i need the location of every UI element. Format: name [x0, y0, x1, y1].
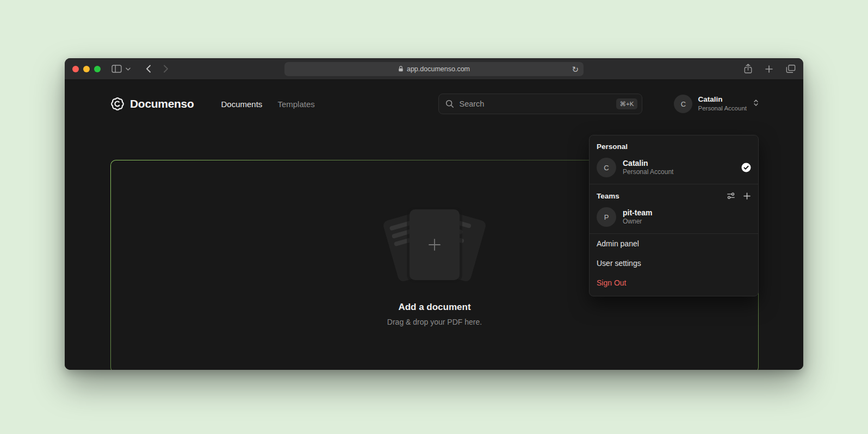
- personal-subtitle: Personal Account: [623, 168, 735, 177]
- search-input[interactable]: [459, 100, 611, 108]
- team-avatar: P: [597, 207, 616, 227]
- plus-icon: [426, 237, 443, 253]
- personal-section-header: Personal: [590, 135, 758, 154]
- reload-icon[interactable]: ↻: [572, 65, 579, 73]
- menu-item-user-settings[interactable]: User settings: [590, 253, 758, 273]
- menu-item-sign-out[interactable]: Sign Out: [590, 273, 758, 293]
- document-cards-illustration: [375, 206, 494, 288]
- teams-section-label: Teams: [597, 192, 619, 200]
- personal-name: Catalin: [623, 158, 735, 168]
- manage-teams-button[interactable]: [727, 191, 735, 200]
- forward-button[interactable]: [164, 65, 169, 73]
- chevron-right-icon: [164, 65, 169, 73]
- share-icon: [744, 64, 752, 74]
- teams-section-header: Teams: [590, 184, 758, 204]
- menu-item-admin-panel[interactable]: Admin panel: [590, 234, 758, 253]
- search-shortcut-badge: ⌘+K: [616, 98, 638, 109]
- chevron-left-icon: [146, 65, 151, 73]
- search-icon: [445, 100, 454, 108]
- personal-text: Catalin Personal Account: [623, 158, 735, 177]
- back-button[interactable]: [146, 65, 151, 73]
- plus-icon: [765, 65, 773, 73]
- team-name: pit-team: [623, 208, 751, 218]
- sidebar-toggle-button[interactable]: [111, 65, 122, 73]
- sliders-icon: [727, 191, 735, 200]
- tab-overview-button[interactable]: [786, 64, 796, 73]
- brand-name: Documenso: [130, 97, 194, 110]
- documenso-seal-icon: [110, 97, 125, 111]
- personal-account-item[interactable]: C Catalin Personal Account: [590, 154, 758, 184]
- personal-avatar: C: [597, 158, 616, 177]
- minimize-button[interactable]: [83, 66, 90, 72]
- chevrons-up-down-icon: [753, 98, 759, 109]
- sidebar-controls: [111, 65, 131, 73]
- account-subtitle: Personal Account: [698, 104, 747, 112]
- new-tab-button[interactable]: [765, 65, 773, 73]
- team-subtitle: Owner: [623, 218, 751, 226]
- browser-toolbar: app.documenso.com ↻: [65, 58, 803, 80]
- team-text: pit-team Owner: [623, 208, 751, 226]
- zoom-button[interactable]: [94, 66, 101, 72]
- close-button[interactable]: [72, 66, 79, 72]
- desktop: { "browser": { "url": "app.documenso.com…: [0, 0, 868, 434]
- account-menu-trigger[interactable]: C Catalin Personal Account: [674, 95, 759, 113]
- team-item[interactable]: P pit-team Owner: [590, 204, 758, 233]
- address-bar[interactable]: app.documenso.com ↻: [284, 62, 584, 76]
- check-circle-icon: [741, 163, 751, 172]
- sidebar-icon: [111, 65, 122, 73]
- brand-logo[interactable]: Documenso: [110, 97, 194, 111]
- create-team-button[interactable]: [743, 193, 751, 200]
- chevron-down-icon: [126, 67, 131, 71]
- sidebar-menu-button[interactable]: [126, 67, 131, 71]
- app-page: Documenso Documents Templates ⌘+K C Cata…: [65, 93, 803, 370]
- tabs-icon: [786, 64, 796, 73]
- nav-documents[interactable]: Documents: [221, 100, 263, 109]
- account-dropdown-menu: Personal C Catalin Personal Account Team…: [589, 135, 759, 296]
- window-controls: [72, 66, 101, 72]
- account-name: Catalin: [698, 95, 747, 104]
- dropzone-subtitle: Drag & drop your PDF here.: [387, 318, 482, 326]
- dropzone-title: Add a document: [398, 302, 470, 313]
- app-header: Documenso Documents Templates ⌘+K C Cata…: [110, 93, 759, 115]
- history-controls: [146, 65, 169, 73]
- document-card-center: [410, 209, 460, 280]
- teams-section-actions: [727, 191, 751, 200]
- nav-templates[interactable]: Templates: [277, 100, 314, 109]
- toolbar-right: [744, 64, 796, 74]
- plus-icon: [743, 193, 751, 200]
- share-button[interactable]: [744, 64, 752, 74]
- account-text: Catalin Personal Account: [698, 95, 747, 112]
- account-avatar: C: [674, 95, 692, 113]
- url-text: app.documenso.com: [407, 65, 470, 73]
- search-bar: ⌘+K: [438, 94, 642, 114]
- main-nav: Documents Templates: [221, 100, 315, 109]
- browser-window: app.documenso.com ↻: [65, 58, 803, 370]
- personal-section-label: Personal: [597, 142, 628, 151]
- lock-icon: [398, 65, 404, 72]
